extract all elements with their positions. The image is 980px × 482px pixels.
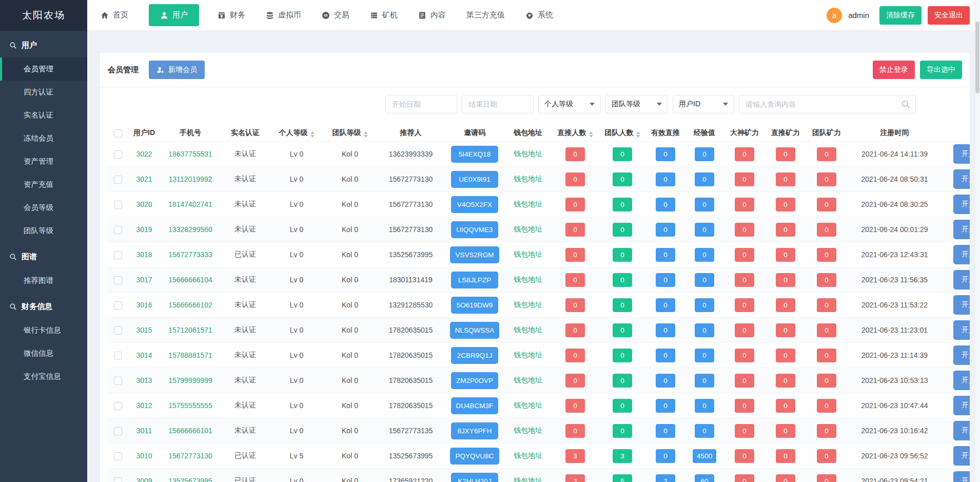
team-level-select[interactable]: 团队等级 — [605, 95, 668, 113]
sort-icon[interactable] — [589, 131, 593, 138]
enable-button[interactable]: 开启 — [953, 295, 970, 315]
enable-button[interactable]: 开启 — [953, 144, 970, 164]
phone-link[interactable]: 18637755531 — [168, 150, 212, 158]
phone-link[interactable]: 15666666101 — [168, 427, 212, 435]
invite-code-button[interactable]: UIQQVME3 — [451, 221, 498, 238]
row-checkbox[interactable] — [114, 402, 122, 410]
user-id-link[interactable]: 3014 — [136, 351, 152, 359]
user-id-link[interactable]: 3022 — [136, 150, 152, 158]
row-checkbox[interactable] — [114, 301, 122, 310]
sidebar-item[interactable]: 会员管理 — [0, 57, 87, 81]
invite-code-button[interactable]: LS8JLPZP — [451, 272, 498, 288]
sidebar-item[interactable]: 会员等级 — [0, 196, 87, 219]
enable-button[interactable]: 开启 — [953, 396, 970, 415]
phone-link[interactable]: 18147402741 — [168, 200, 212, 208]
row-checkbox[interactable] — [114, 427, 122, 435]
nav-item[interactable]: 用户 — [149, 4, 199, 26]
row-checkbox[interactable] — [114, 176, 122, 184]
user-id-link[interactable]: 3009 — [136, 477, 152, 482]
phone-link[interactable]: 15712061571 — [168, 326, 212, 334]
invite-code-button[interactable]: K2HLH20J — [451, 473, 498, 482]
row-checkbox[interactable] — [114, 226, 122, 234]
start-date-input[interactable] — [385, 95, 457, 113]
invite-code-button[interactable]: V4O5X2FX — [451, 196, 498, 213]
phone-link[interactable]: 13328299560 — [168, 225, 212, 234]
row-checkbox[interactable] — [114, 352, 122, 360]
sidebar-item[interactable]: 支付宝信息 — [0, 365, 87, 388]
nav-item[interactable]: 交易 — [322, 10, 349, 20]
wallet-link[interactable]: 钱包地址 — [514, 275, 542, 283]
phone-link[interactable]: 15672773333 — [168, 250, 212, 259]
select-all-checkbox[interactable] — [114, 129, 122, 138]
sidebar-item[interactable]: 资产充值 — [0, 173, 87, 196]
sidebar-section-title[interactable]: 财务信息 — [0, 294, 87, 319]
row-checkbox[interactable] — [114, 326, 122, 335]
sidebar-section-title[interactable]: 用户 — [0, 33, 87, 57]
phone-link[interactable]: 15755555555 — [168, 401, 212, 410]
wallet-link[interactable]: 钱包地址 — [514, 149, 542, 158]
search-field-select[interactable]: 用户ID — [673, 95, 734, 113]
enable-button[interactable]: 开启 — [953, 320, 970, 340]
phone-link[interactable]: 15666666104 — [168, 276, 212, 284]
user-id-link[interactable]: 3020 — [136, 200, 152, 208]
invite-code-button[interactable]: PQYQVU8C — [450, 448, 499, 465]
sidebar-item[interactable]: 微信信息 — [0, 342, 87, 365]
nav-item[interactable]: 矿机 — [370, 10, 398, 20]
wallet-link[interactable]: 钱包地址 — [514, 175, 542, 183]
wallet-link[interactable]: 钱包地址 — [514, 300, 542, 309]
add-member-button[interactable]: 新增会员 — [149, 61, 205, 79]
user-id-link[interactable]: 3013 — [136, 376, 152, 384]
user-id-link[interactable]: 3010 — [136, 452, 152, 460]
invite-code-button[interactable]: 5O619DW9 — [451, 297, 498, 314]
search-input[interactable] — [739, 95, 916, 113]
enable-button[interactable]: 开启 — [953, 471, 970, 482]
export-selected-button[interactable]: 导出选中 — [920, 61, 962, 79]
phone-link[interactable]: 15666666102 — [168, 301, 212, 309]
wallet-link[interactable]: 钱包地址 — [514, 250, 542, 258]
row-checkbox[interactable] — [114, 452, 122, 460]
sidebar-item[interactable]: 推荐图谱 — [0, 269, 87, 292]
invite-code-button[interactable]: 8JXY6PFH — [451, 422, 498, 439]
sidebar-item[interactable]: 银行卡信息 — [0, 319, 87, 342]
user-id-link[interactable]: 3015 — [136, 326, 152, 334]
row-checkbox[interactable] — [114, 150, 122, 159]
enable-button[interactable]: 开启 — [953, 220, 970, 239]
user-id-link[interactable]: 3017 — [136, 276, 152, 284]
sort-icon[interactable] — [310, 131, 315, 138]
nav-item[interactable]: 系统 — [525, 10, 553, 20]
sidebar-section-title[interactable]: 图谱 — [0, 244, 87, 269]
user-id-link[interactable]: 3011 — [136, 427, 152, 435]
ban-login-button[interactable]: 禁止登录 — [873, 61, 915, 79]
user-id-link[interactable]: 3018 — [136, 250, 152, 259]
invite-code-button[interactable]: DU4BCM3F — [451, 397, 499, 414]
sort-icon[interactable] — [364, 131, 368, 138]
end-date-input[interactable] — [462, 95, 534, 113]
user-id-link[interactable]: 3016 — [136, 301, 152, 309]
invite-code-button[interactable]: 2CBR9Q1J — [451, 347, 498, 364]
row-checkbox[interactable] — [114, 251, 122, 259]
wallet-link[interactable]: 钱包地址 — [514, 351, 542, 359]
nav-item[interactable]: 首页 — [101, 10, 128, 20]
enable-button[interactable]: 开启 — [953, 169, 970, 189]
wallet-link[interactable]: 钱包地址 — [514, 376, 542, 384]
row-checkbox[interactable] — [114, 201, 122, 209]
wallet-link[interactable]: 钱包地址 — [514, 325, 542, 334]
logout-button[interactable]: 安全退出 — [928, 6, 970, 25]
nav-item[interactable]: 虚拟币 — [266, 10, 301, 20]
row-checkbox[interactable] — [114, 276, 122, 284]
sort-icon[interactable] — [636, 131, 640, 138]
enable-button[interactable]: 开启 — [953, 245, 970, 264]
wallet-link[interactable]: 钱包地址 — [514, 225, 542, 233]
sidebar-item[interactable]: 实名认证 — [0, 104, 87, 127]
scrollbar-thumb[interactable] — [975, 22, 979, 93]
wallet-link[interactable]: 钱包地址 — [514, 426, 542, 434]
personal-level-select[interactable]: 个人等级 — [538, 95, 601, 113]
user-id-link[interactable]: 3012 — [136, 401, 152, 410]
wallet-link[interactable]: 钱包地址 — [514, 476, 542, 482]
sidebar-item[interactable]: 资产管理 — [0, 150, 87, 173]
clear-cache-button[interactable]: 清除缓存 — [879, 6, 922, 25]
scrollbar[interactable] — [974, 0, 980, 482]
nav-item[interactable]: 内容 — [418, 10, 446, 20]
enable-button[interactable]: 开启 — [953, 421, 970, 440]
enable-button[interactable]: 开启 — [953, 345, 970, 365]
